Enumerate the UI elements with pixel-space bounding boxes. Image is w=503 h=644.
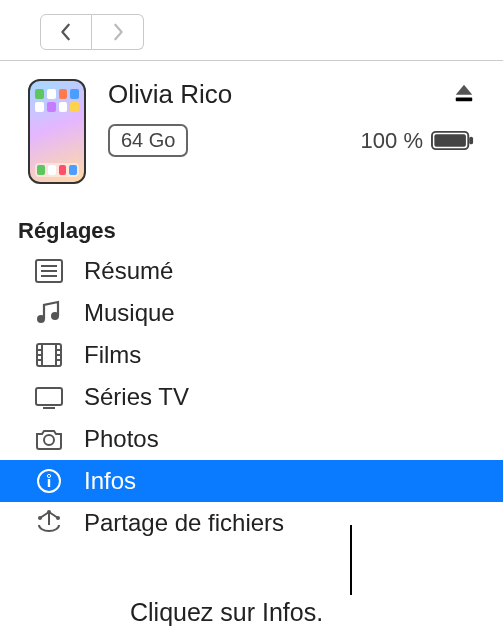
sidebar-item-label: Films bbox=[84, 341, 141, 369]
svg-point-26 bbox=[38, 516, 42, 520]
sidebar-item-label: Photos bbox=[84, 425, 159, 453]
sidebar-item-label: Résumé bbox=[84, 257, 173, 285]
sidebar-section-label: Réglages bbox=[0, 196, 503, 250]
tv-icon bbox=[32, 383, 66, 411]
sidebar-item-summary[interactable]: Résumé bbox=[0, 250, 503, 292]
sidebar-item-tv[interactable]: Séries TV bbox=[0, 376, 503, 418]
capacity-badge: 64 Go bbox=[108, 124, 188, 157]
info-icon bbox=[32, 467, 66, 495]
svg-rect-3 bbox=[469, 137, 473, 145]
sidebar-item-label: Partage de fichiers bbox=[84, 509, 284, 537]
svg-point-8 bbox=[37, 315, 45, 323]
chevron-left-icon bbox=[59, 23, 73, 41]
svg-rect-0 bbox=[456, 97, 473, 101]
callout-line bbox=[350, 525, 352, 595]
eject-button[interactable] bbox=[453, 82, 475, 108]
eject-icon bbox=[453, 82, 475, 104]
sidebar-item-label: Infos bbox=[84, 467, 136, 495]
settings-list: Résumé Musique Films Séries TV Photos In… bbox=[0, 250, 503, 544]
battery-percent: 100 % bbox=[361, 128, 423, 154]
nav-back-button[interactable] bbox=[40, 14, 92, 50]
svg-point-25 bbox=[47, 510, 51, 514]
sidebar-item-info[interactable]: Infos bbox=[0, 460, 503, 502]
toolbar bbox=[0, 0, 503, 61]
svg-point-27 bbox=[56, 516, 60, 520]
svg-rect-2 bbox=[434, 134, 466, 146]
device-name: Olivia Rico bbox=[108, 79, 232, 110]
device-header: Olivia Rico 64 Go 100 % bbox=[0, 61, 503, 196]
callout-text: Cliquez sur Infos. bbox=[130, 598, 323, 627]
sidebar-item-music[interactable]: Musique bbox=[0, 292, 503, 334]
svg-rect-19 bbox=[36, 388, 62, 405]
svg-point-21 bbox=[44, 435, 54, 445]
sidebar-item-filesharing[interactable]: Partage de fichiers bbox=[0, 502, 503, 544]
summary-icon bbox=[32, 257, 66, 285]
nav-forward-button[interactable] bbox=[92, 14, 144, 50]
sidebar-item-movies[interactable]: Films bbox=[0, 334, 503, 376]
svg-point-23 bbox=[47, 474, 50, 477]
sidebar-item-label: Musique bbox=[84, 299, 175, 327]
chevron-right-icon bbox=[111, 23, 125, 41]
battery-icon bbox=[431, 130, 475, 151]
svg-point-9 bbox=[51, 312, 59, 320]
file-sharing-icon bbox=[32, 509, 66, 537]
music-icon bbox=[32, 299, 66, 327]
camera-icon bbox=[32, 425, 66, 453]
battery-status: 100 % bbox=[361, 128, 475, 154]
sidebar-item-photos[interactable]: Photos bbox=[0, 418, 503, 460]
sidebar-item-label: Séries TV bbox=[84, 383, 189, 411]
film-icon bbox=[32, 341, 66, 369]
device-thumbnail[interactable] bbox=[28, 79, 86, 184]
